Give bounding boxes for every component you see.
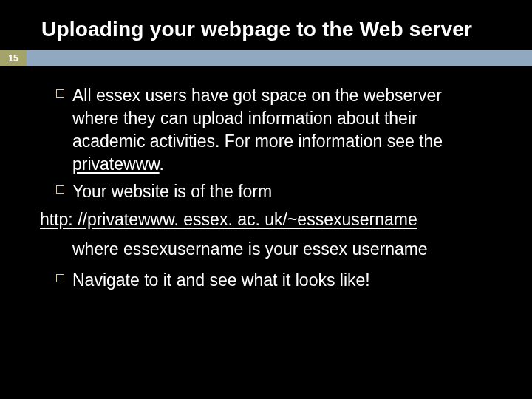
bullet-text: All essex users have got space on the we… [72, 84, 492, 176]
badge-row: 15 [0, 50, 532, 66]
bullet-post: . [160, 154, 164, 174]
bullet-pre: All essex users have got space on the we… [72, 86, 443, 151]
square-bullet-icon [56, 185, 72, 194]
page-number-badge: 15 [0, 50, 27, 66]
badge-bar [27, 50, 532, 66]
square-bullet-icon [56, 89, 72, 98]
content-area: All essex users have got space on the we… [0, 84, 532, 292]
bullet-item: All essex users have got space on the we… [56, 84, 492, 176]
bullet-item: Your website is of the form [56, 180, 492, 203]
sub-text: where essexusername is your essex userna… [72, 237, 492, 261]
bullet-text: Your website is of the form [72, 180, 492, 203]
square-bullet-icon [56, 274, 72, 282]
url-link[interactable]: http: //privatewww. essex. ac. uk/~essex… [40, 208, 492, 231]
slide: Uploading your webpage to the Web server… [0, 0, 532, 399]
bullet-item: Navigate to it and see what it looks lik… [56, 269, 492, 292]
slide-title: Uploading your webpage to the Web server [0, 18, 532, 50]
privatewww-link[interactable]: privatewww [72, 154, 160, 174]
bullet-text: Navigate to it and see what it looks lik… [72, 269, 492, 292]
